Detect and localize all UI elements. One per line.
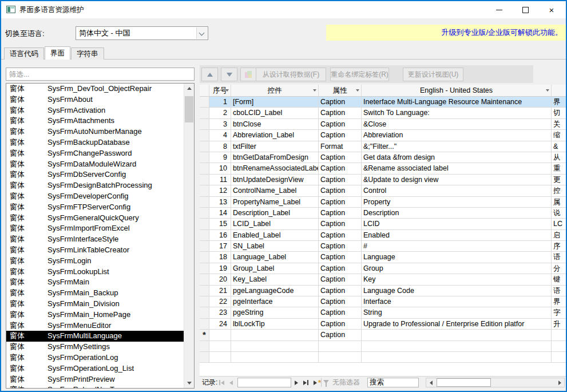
grid-cell[interactable]: lblLockTip: [231, 319, 319, 330]
grid-cell[interactable]: Caption: [319, 97, 362, 108]
grid-cell[interactable]: [319, 341, 362, 352]
row-selector[interactable]: [200, 97, 209, 108]
list-item[interactable]: 窗体SysFrmMain: [6, 277, 184, 288]
grid-cell[interactable]: 15: [209, 219, 231, 229]
row-selector[interactable]: [200, 296, 209, 307]
grid-cell[interactable]: Group_Label: [231, 263, 319, 274]
grid-cell[interactable]: 1: [209, 97, 231, 108]
move-up-button[interactable]: [201, 68, 218, 81]
list-item[interactable]: 窗体SysFrmMultiLanguage: [6, 331, 184, 342]
grid-cell[interactable]: 说: [552, 208, 566, 219]
tab-语言代码[interactable]: 语言代码: [4, 47, 44, 60]
grid-cell[interactable]: 启: [552, 230, 566, 241]
row-selector[interactable]: [200, 230, 209, 241]
grid-cell[interactable]: Abbreviation_Label: [231, 130, 319, 141]
list-scrollbar[interactable]: [184, 84, 194, 388]
list-item[interactable]: 窗体SysFrmMySettings: [6, 342, 184, 353]
scrollbar-thumb[interactable]: [185, 96, 193, 122]
grid-cell[interactable]: Control: [362, 185, 552, 196]
grid-cell[interactable]: 界: [552, 97, 566, 108]
grid-header-corner[interactable]: [552, 85, 566, 97]
tab-字符串[interactable]: 字符串: [71, 47, 104, 60]
list-item[interactable]: 窗体SysFrmAutoNumberManage: [6, 126, 184, 137]
grid-cell[interactable]: pgeInterface: [231, 296, 319, 307]
grid-cell[interactable]: [552, 330, 566, 340]
grid-cell[interactable]: Get data &from design: [362, 152, 552, 163]
grid-cell[interactable]: Caption: [319, 296, 362, 307]
grid-cell[interactable]: Caption: [319, 330, 362, 340]
grid-cell[interactable]: Caption: [319, 163, 362, 174]
grid-cell[interactable]: Caption: [319, 119, 362, 130]
list-item[interactable]: 窗体SysFrmFTPServerConfig: [6, 202, 184, 213]
row-selector[interactable]: [200, 130, 209, 141]
grid-cell[interactable]: 13: [209, 197, 231, 208]
filter-dropdown-icon[interactable]: [313, 89, 316, 92]
row-selector[interactable]: [200, 163, 209, 174]
grid-cell[interactable]: LC: [552, 219, 566, 229]
grid-cell[interactable]: 关: [552, 119, 566, 130]
grid-cell[interactable]: String: [362, 307, 552, 318]
horizontal-scrollbar[interactable]: [426, 378, 565, 387]
filter-dropdown-icon[interactable]: [356, 89, 359, 92]
translate-tool-button[interactable]: [240, 68, 257, 81]
grid-cell[interactable]: btnGetDataFromDesign: [231, 152, 319, 163]
grid-cell[interactable]: 24: [209, 319, 231, 330]
grid-cell[interactable]: 从: [552, 152, 566, 163]
grid-cell[interactable]: &;"Filter...": [362, 141, 552, 152]
scroll-left-button[interactable]: [426, 378, 435, 387]
row-selector[interactable]: [200, 263, 209, 274]
grid-cell[interactable]: 重: [552, 163, 566, 174]
list-item[interactable]: 窗体SysFrmMenuEditor: [6, 320, 184, 331]
list-item[interactable]: 窗体SysFrmGeneralQuickQuery: [6, 213, 184, 224]
grid-cell[interactable]: 界: [552, 296, 566, 307]
grid-cell[interactable]: btnUpdateDesignView: [231, 175, 319, 185]
grid-cell[interactable]: &Close: [362, 119, 552, 130]
grid-cell[interactable]: Caption: [319, 252, 362, 263]
grid-cell[interactable]: Switch To Language:: [362, 108, 552, 118]
grid-cell[interactable]: Format: [319, 141, 362, 152]
list-item[interactable]: 窗体SysFrmDesignBatchProcessing: [6, 180, 184, 191]
grid-header-控件[interactable]: 控件: [231, 85, 319, 97]
grid-cell[interactable]: 字: [552, 307, 566, 318]
row-selector[interactable]: [200, 286, 209, 296]
grid-cell[interactable]: [319, 352, 362, 363]
list-item[interactable]: 窗体SysFrmAbout: [6, 94, 184, 105]
grid-cell[interactable]: 20: [209, 274, 231, 285]
grid-cell[interactable]: Language_Label: [231, 252, 319, 263]
close-button[interactable]: ×: [538, 1, 565, 18]
grid-cell[interactable]: 17: [209, 241, 231, 252]
grid-cell[interactable]: &Update to design view: [362, 175, 552, 185]
grid-cell[interactable]: Caption: [319, 230, 362, 241]
list-item[interactable]: 窗体SysFrmDeveloperConfig: [6, 191, 184, 202]
grid-cell[interactable]: txtFilter: [231, 141, 319, 152]
grid-cell[interactable]: 3: [209, 119, 231, 130]
row-selector[interactable]: [200, 185, 209, 196]
grid-cell[interactable]: 分: [552, 263, 566, 274]
form-list[interactable]: 窗体SysFrm_DevTool_ObjectRepair窗体SysFrmAbo…: [6, 83, 195, 389]
grid-cell[interactable]: Enabled: [362, 230, 552, 241]
list-item[interactable]: 窗体SysFrmOperationLog: [6, 353, 184, 363]
grid-cell[interactable]: [362, 330, 552, 340]
grid-cell[interactable]: ControlName_Label: [231, 185, 319, 196]
list-item[interactable]: 窗体SysFrmImportFromExcel: [6, 223, 184, 234]
no-filter-indicator[interactable]: 无筛选器: [332, 377, 360, 389]
grid-cell[interactable]: Caption: [319, 286, 362, 296]
grid-cell[interactable]: Ineterface Multi-Language Resource Maint…: [362, 97, 552, 108]
grid-cell[interactable]: Property: [362, 197, 552, 208]
grid-cell[interactable]: 4: [209, 130, 231, 141]
grid-cell[interactable]: Description_Label: [231, 208, 319, 219]
row-selector[interactable]: [200, 108, 209, 118]
grid-cell[interactable]: #: [362, 241, 552, 252]
maximize-button[interactable]: [512, 1, 538, 18]
grid-cell[interactable]: [209, 341, 231, 352]
grid-cell[interactable]: Enabled_Label: [231, 230, 319, 241]
grid-cell[interactable]: LCID: [362, 219, 552, 229]
grid-cell[interactable]: Caption: [319, 152, 362, 163]
grid-cell[interactable]: Description: [362, 208, 552, 219]
grid-cell[interactable]: 10: [209, 163, 231, 174]
grid-cell[interactable]: 控: [552, 185, 566, 196]
grid-cell[interactable]: 2: [209, 108, 231, 118]
grid-cell[interactable]: [362, 352, 552, 363]
grid-cell[interactable]: Caption: [319, 219, 362, 229]
chevron-down-icon[interactable]: [196, 27, 207, 39]
